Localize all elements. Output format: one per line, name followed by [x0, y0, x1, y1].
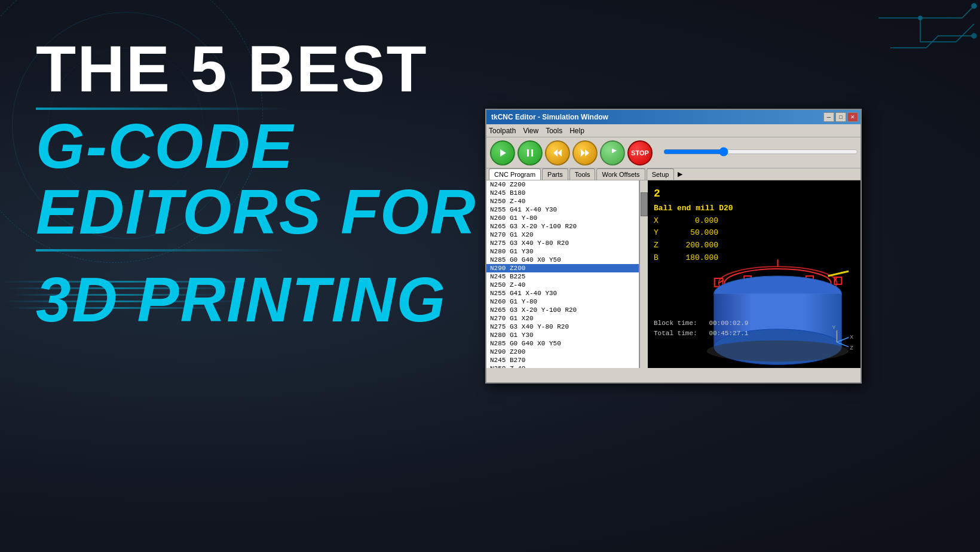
svg-marker-16 — [585, 149, 589, 157]
code-line-18[interactable]: N280 G1 Y30 — [486, 331, 639, 339]
underline-deco — [36, 108, 287, 110]
simulation-panel: X Z Y 2 Ball end mill D20 X 0.000 Y 50.0… — [648, 180, 860, 368]
code-line-12[interactable]: N250 Z-40 — [486, 281, 639, 289]
play-button[interactable] — [490, 140, 515, 165]
cnc-code-panel[interactable]: N240 Z200N245 B180N250 Z-40N255 G41 X-40… — [486, 180, 639, 368]
menu-help[interactable]: Help — [569, 127, 584, 135]
tab-scroll-right[interactable]: ▶ — [675, 168, 685, 180]
svg-marker-11 — [500, 149, 506, 157]
code-line-2[interactable]: N250 Z-40 — [486, 197, 639, 206]
svg-text:Y: Y — [832, 324, 836, 330]
sim-x: X 0.000 — [654, 215, 733, 228]
code-line-9[interactable]: N285 G0 G40 X0 Y50 — [486, 256, 639, 264]
code-line-11[interactable]: N245 B225 — [486, 272, 639, 281]
cnc-code-area: N240 Z200N245 B180N250 Z-40N255 G41 X-40… — [486, 180, 648, 368]
sim-total-time: Total time: 00:45:27.1 — [654, 329, 748, 339]
sim-b: B 180.000 — [654, 252, 733, 265]
window-controls: ─ □ ✕ — [823, 112, 858, 122]
sim-y: Y 50.000 — [654, 227, 733, 240]
svg-marker-15 — [558, 149, 562, 157]
code-line-6[interactable]: N270 G1 X20 — [486, 231, 639, 239]
code-line-16[interactable]: N270 G1 X20 — [486, 314, 639, 323]
simulation-slider[interactable] — [663, 147, 858, 157]
sim-block-time: Block time: 00:00:02.9 — [654, 318, 748, 329]
svg-point-36 — [707, 341, 849, 362]
tab-work-offsets[interactable]: Work Offsets — [596, 168, 645, 180]
window-toolbar: STOP — [486, 137, 860, 168]
title-line1: THE 5 BEST — [36, 36, 490, 102]
svg-marker-18 — [612, 149, 617, 153]
sim-b-val: 180.000 — [676, 252, 718, 265]
sim-info-panel: 2 Ball end mill D20 X 0.000 Y 50.000 Z 2… — [654, 185, 733, 265]
reset-button[interactable] — [600, 140, 625, 165]
svg-rect-13 — [531, 149, 533, 157]
circuit-decoration — [771, 0, 980, 119]
code-line-13[interactable]: N255 G41 X-40 Y30 — [486, 289, 639, 298]
window-tabs: CNC Program Parts Tools Work Offsets Set… — [486, 168, 860, 180]
sim-z: Z 200.000 — [654, 240, 733, 252]
code-line-3[interactable]: N255 G41 X-40 Y30 — [486, 206, 639, 214]
main-content: THE 5 BEST G-CODE EDITORS FOR 3D PRINTIN… — [36, 36, 490, 331]
sim-tool-name: Ball end mill D20 — [654, 203, 733, 215]
code-line-22[interactable]: N250 Z-40 — [486, 364, 639, 368]
cnc-window: tkCNC Editor - Simulation Window ─ □ ✕ T… — [485, 109, 862, 384]
code-line-10[interactable]: N290 Z200 — [486, 264, 639, 272]
cnc-scrollbar[interactable] — [639, 180, 648, 368]
sim-y-val: 50.000 — [676, 227, 718, 240]
menu-view[interactable]: View — [523, 127, 538, 135]
stop-button[interactable]: STOP — [627, 140, 653, 165]
code-line-21[interactable]: N245 B270 — [486, 356, 639, 364]
title-line2: G-CODE — [36, 115, 490, 177]
rewind-button[interactable] — [545, 140, 570, 165]
tab-tools[interactable]: Tools — [569, 168, 596, 180]
sim-time-panel: Block time: 00:00:02.9 Total time: 00:45… — [654, 318, 748, 339]
code-line-5[interactable]: N265 G3 X-20 Y-100 R20 — [486, 222, 639, 231]
code-line-4[interactable]: N260 G1 Y-80 — [486, 214, 639, 222]
code-line-7[interactable]: N275 G3 X40 Y-80 R20 — [486, 239, 639, 247]
window-body: N240 Z200N245 B180N250 Z-40N255 G41 X-40… — [486, 180, 860, 368]
window-titlebar: tkCNC Editor - Simulation Window ─ □ ✕ — [486, 110, 860, 124]
toolbar-slider-area — [655, 147, 857, 159]
tab-setup[interactable]: Setup — [647, 168, 675, 180]
maximize-button[interactable]: □ — [835, 112, 846, 122]
code-line-0[interactable]: N240 Z200 — [486, 180, 639, 189]
svg-marker-17 — [581, 149, 585, 157]
minimize-button[interactable]: ─ — [823, 112, 834, 122]
forward-button[interactable] — [572, 140, 598, 165]
title-line4: 3D PRINTING — [36, 268, 490, 331]
code-line-17[interactable]: N275 G3 X40 Y-80 R20 — [486, 323, 639, 331]
pause-button[interactable] — [517, 140, 543, 165]
svg-line-5 — [956, 24, 974, 42]
underline-deco2 — [36, 249, 287, 252]
sim-z-val: 200.000 — [676, 240, 718, 252]
code-line-15[interactable]: N265 G3 X-20 Y-100 R20 — [486, 306, 639, 314]
svg-point-2 — [972, 4, 976, 8]
svg-point-6 — [918, 16, 922, 20]
svg-rect-12 — [527, 149, 529, 157]
code-line-14[interactable]: N260 G1 Y-80 — [486, 298, 639, 306]
menu-toolpath[interactable]: Toolpath — [489, 127, 516, 135]
svg-marker-14 — [553, 149, 558, 157]
code-line-1[interactable]: N245 B180 — [486, 189, 639, 197]
close-button[interactable]: ✕ — [847, 112, 858, 122]
svg-text:Z: Z — [850, 345, 853, 351]
svg-point-10 — [972, 33, 976, 38]
code-line-20[interactable]: N290 Z200 — [486, 348, 639, 356]
title-line3: EDITORS FOR — [36, 180, 490, 243]
code-line-19[interactable]: N285 G0 G40 X0 Y50 — [486, 339, 639, 348]
code-line-8[interactable]: N280 G1 Y30 — [486, 247, 639, 256]
window-menubar: Toolpath View Tools Help — [486, 124, 860, 137]
tab-parts[interactable]: Parts — [542, 168, 568, 180]
sim-tool-number: 2 — [654, 185, 733, 203]
svg-text:X: X — [850, 334, 853, 340]
window-title: tkCNC Editor - Simulation Window — [489, 113, 608, 121]
sim-x-val: 0.000 — [676, 215, 718, 228]
menu-tools[interactable]: Tools — [546, 127, 562, 135]
tab-cnc-program[interactable]: CNC Program — [489, 168, 541, 180]
